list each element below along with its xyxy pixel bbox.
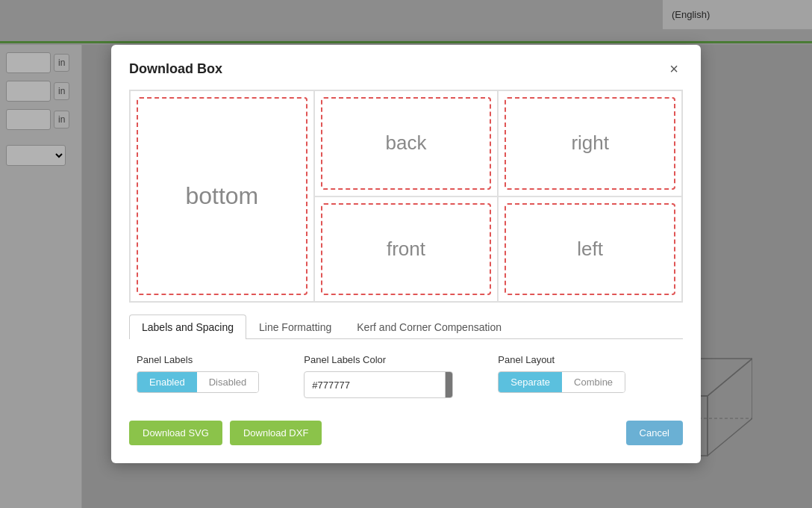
panel-labels-enabled[interactable]: Enabled [137,372,197,392]
tab-content-labels-spacing: Panel Labels Enabled Disabled Panel Labe… [129,354,683,398]
panel-left: left [498,196,682,303]
panel-labels-disabled[interactable]: Disabled [197,372,259,392]
panel-grid: back right bottom front left [129,90,683,303]
footer-left: Download SVG Download DXF [129,421,322,445]
download-dxf-button[interactable]: Download DXF [230,421,322,445]
tab-kerf-corner[interactable]: Kerf and Corner Compensation [344,315,514,339]
modal: Download Box × back right bottom front [111,45,701,463]
panel-bottom-label: bottom [185,182,258,210]
panel-labels-color-title: Panel Labels Color [304,354,453,365]
panel-back: back [314,90,499,196]
panel-bottom: bottom [130,90,314,302]
panel-layout-group: Panel Layout Separate Combine [498,354,625,393]
panel-labels-toggle: Enabled Disabled [137,371,259,393]
panel-labels-color-group: Panel Labels Color [304,354,453,398]
modal-title: Download Box [129,61,222,77]
panel-layout-combine[interactable]: Combine [562,372,625,392]
tab-line-formatting[interactable]: Line Formatting [246,315,344,339]
panel-right-label: right [571,131,609,155]
download-svg-button[interactable]: Download SVG [129,421,222,445]
tabs: Labels and Spacing Line Formatting Kerf … [129,315,683,339]
panel-layout-toggle: Separate Combine [498,371,625,393]
panel-back-label: back [386,131,427,155]
color-swatch[interactable] [445,372,452,397]
modal-overlay: Download Box × back right bottom front [0,0,812,508]
panel-left-label: left [577,238,603,261]
panel-front: front [314,196,499,303]
close-button[interactable]: × [665,60,683,78]
tab-labels-spacing[interactable]: Labels and Spacing [129,315,246,339]
color-input-group [304,371,453,398]
panel-labels-group: Panel Labels Enabled Disabled [137,354,259,393]
panel-right: right [498,90,682,196]
panel-labels-title: Panel Labels [137,354,259,365]
panel-front-label: front [387,238,425,261]
panel-layout-separate[interactable]: Separate [499,372,562,392]
color-text-input[interactable] [304,375,445,395]
panel-layout-title: Panel Layout [498,354,625,365]
modal-header: Download Box × [129,60,683,78]
cancel-button[interactable]: Cancel [626,421,683,445]
modal-footer: Download SVG Download DXF Cancel [129,421,683,445]
